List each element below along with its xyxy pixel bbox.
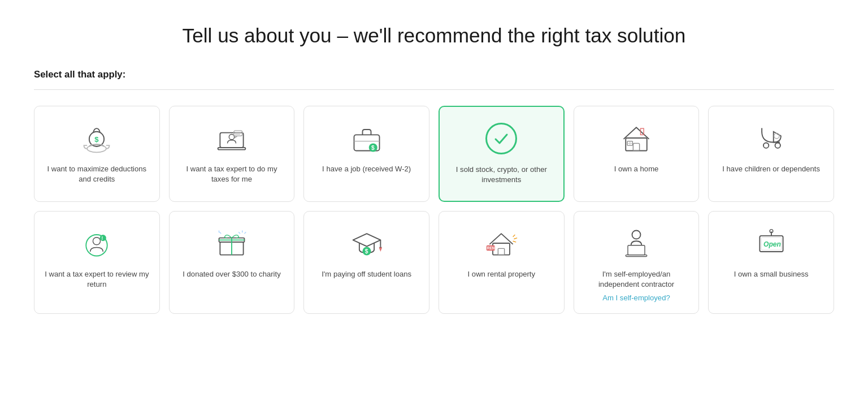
card-rental-property[interactable]: RENT I own rental property	[439, 211, 565, 314]
house-icon	[618, 120, 654, 156]
card-tax-expert-review[interactable]: ! I want a tax expert to review my retur…	[34, 211, 160, 314]
card-donated-charity-label: I donated over $300 to charity	[183, 269, 280, 279]
card-maximize-deductions-label: I want to maximize deductions and credit…	[42, 164, 151, 185]
svg-rect-15	[633, 143, 639, 150]
svg-line-32	[244, 232, 246, 234]
page-title: Tell us about you – we'll recommend the …	[34, 23, 834, 49]
card-has-job-label: I have a job (received W-2)	[322, 164, 411, 174]
stroller-icon	[753, 120, 789, 156]
card-tax-expert-do[interactable]: I want a tax expert to do my taxes for m…	[169, 106, 295, 202]
svg-text:Open: Open	[763, 240, 781, 248]
card-tax-expert-review-label: I want a tax expert to review my return	[42, 269, 151, 290]
svg-text:$: $	[371, 144, 375, 150]
check-circle-icon	[483, 120, 519, 157]
svg-text:RENT: RENT	[487, 246, 497, 250]
card-own-home[interactable]: I own a home	[574, 106, 700, 202]
card-has-job[interactable]: $ I have a job (received W-2)	[303, 106, 429, 202]
svg-rect-13	[626, 138, 647, 151]
svg-line-46	[513, 241, 517, 242]
svg-text:$: $	[95, 135, 99, 143]
svg-text:$: $	[364, 248, 368, 255]
card-own-home-label: I own a home	[614, 164, 659, 174]
rental-house-icon: RENT	[483, 225, 519, 261]
card-student-loans-label: I'm paying off student loans	[322, 269, 411, 279]
card-self-employed-label: I'm self-employed/an independent contrac…	[582, 269, 691, 290]
card-self-employed[interactable]: I'm self-employed/an independent contrac…	[574, 211, 700, 314]
svg-text:!: !	[102, 235, 103, 241]
card-tax-expert-do-label: I want a tax expert to do my taxes for m…	[177, 164, 287, 185]
money-bag-icon: $	[79, 120, 115, 156]
laptop-person-icon	[214, 120, 250, 156]
svg-line-44	[513, 235, 515, 237]
options-grid: $ I want to maximize deductions and cred…	[34, 106, 834, 314]
card-student-loans[interactable]: $ I'm paying off student loans	[303, 211, 429, 314]
svg-rect-49	[626, 255, 647, 256]
card-sold-investments-label: I sold stock, crypto, or other investmen…	[448, 165, 555, 186]
card-rental-property-label: I own rental property	[468, 269, 536, 279]
svg-point-19	[763, 143, 769, 148]
svg-line-34	[219, 232, 221, 234]
divider	[34, 89, 834, 90]
card-sold-investments[interactable]: I sold stock, crypto, or other investmen…	[439, 106, 565, 202]
card-children-label: I have children or dependents	[722, 164, 820, 174]
person-bubble-icon: !	[79, 225, 115, 261]
svg-rect-4	[218, 148, 246, 150]
svg-point-20	[775, 143, 780, 148]
svg-line-45	[514, 238, 518, 239]
svg-point-47	[632, 230, 640, 239]
grad-cap-icon: $	[349, 225, 385, 261]
gift-icon	[214, 225, 250, 261]
svg-marker-35	[353, 234, 380, 247]
card-donated-charity[interactable]: I donated over $300 to charity	[169, 211, 295, 314]
select-all-label: Select all that apply:	[34, 69, 834, 80]
svg-point-23	[93, 237, 101, 244]
card-small-business-label: I own a small business	[734, 269, 809, 279]
card-small-business[interactable]: Open I own a small business	[708, 211, 834, 314]
svg-line-31	[238, 232, 240, 234]
briefcase-icon: $	[349, 120, 385, 156]
svg-rect-48	[628, 245, 645, 255]
card-self-employed-content: I'm self-employed/an independent contrac…	[582, 269, 691, 302]
am-i-self-employed-link[interactable]: Am I self-employed?	[602, 294, 670, 302]
svg-rect-41	[498, 248, 505, 255]
open-sign-icon: Open	[753, 225, 789, 261]
person-laptop-icon	[618, 225, 654, 261]
card-maximize-deductions[interactable]: $ I want to maximize deductions and cred…	[34, 106, 160, 202]
card-children[interactable]: I have children or dependents	[708, 106, 834, 202]
